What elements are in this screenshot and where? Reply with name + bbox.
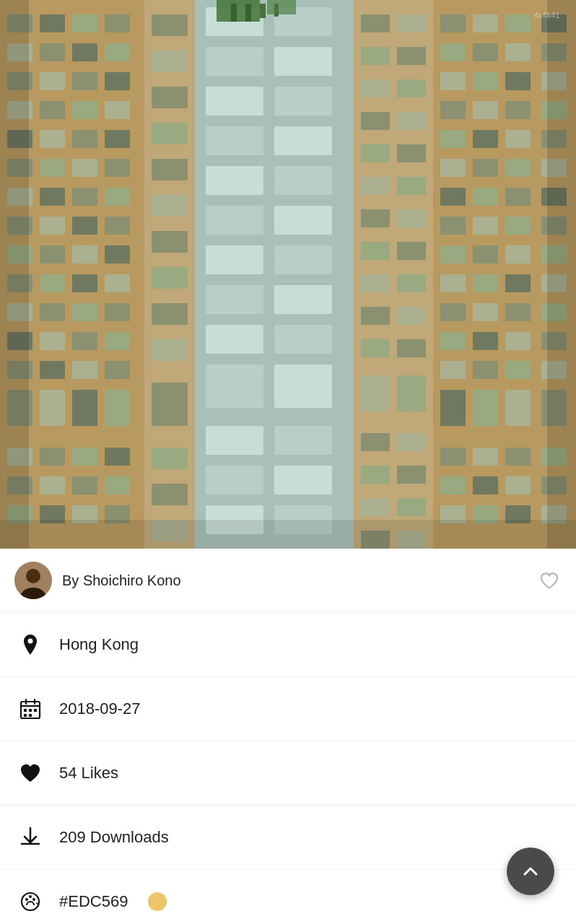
svg-rect-124 — [473, 188, 498, 206]
svg-rect-206 — [397, 375, 426, 411]
svg-rect-37 — [72, 245, 97, 263]
svg-rect-22 — [105, 130, 130, 148]
svg-rect-56 — [40, 390, 65, 426]
calendar-icon — [18, 697, 43, 721]
svg-rect-14 — [105, 72, 130, 90]
svg-rect-87 — [274, 285, 332, 314]
svg-rect-120 — [473, 159, 498, 177]
svg-rect-108 — [473, 72, 498, 90]
downloads-text: 209 Downloads — [59, 828, 169, 847]
svg-rect-153 — [505, 390, 531, 426]
svg-rect-186 — [397, 47, 426, 65]
svg-rect-198 — [397, 242, 426, 260]
svg-rect-221 — [0, 0, 29, 549]
svg-rect-201 — [361, 307, 390, 325]
svg-rect-235 — [24, 714, 27, 717]
location-text: Hong Kong — [59, 635, 139, 654]
svg-rect-75 — [274, 47, 332, 76]
svg-rect-205 — [361, 375, 390, 411]
svg-rect-187 — [361, 79, 390, 97]
svg-rect-156 — [473, 448, 498, 466]
svg-rect-99 — [440, 14, 466, 32]
svg-point-239 — [32, 898, 35, 901]
svg-rect-144 — [473, 332, 498, 350]
svg-rect-203 — [361, 339, 390, 357]
photo-hero: 4x4k41 — [0, 0, 576, 549]
svg-rect-29 — [72, 188, 97, 206]
svg-rect-52 — [40, 361, 65, 379]
svg-rect-28 — [40, 188, 65, 206]
svg-rect-223 — [0, 520, 576, 549]
svg-rect-115 — [440, 130, 466, 148]
avatar[interactable] — [14, 562, 52, 599]
svg-rect-192 — [397, 144, 426, 162]
svg-rect-33 — [72, 217, 97, 235]
svg-rect-44 — [40, 303, 65, 321]
svg-rect-82 — [206, 206, 263, 235]
svg-rect-161 — [505, 476, 531, 494]
svg-rect-8 — [40, 43, 65, 61]
svg-point-226 — [26, 569, 40, 583]
svg-rect-196 — [397, 209, 426, 227]
svg-rect-84 — [206, 245, 263, 274]
svg-rect-211 — [361, 498, 390, 516]
svg-rect-89 — [274, 325, 332, 354]
svg-rect-216 — [267, 0, 296, 14]
color-swatch — [148, 892, 167, 911]
svg-rect-191 — [361, 144, 390, 162]
svg-rect-91 — [274, 365, 332, 408]
svg-rect-152 — [473, 390, 498, 426]
svg-rect-58 — [105, 390, 130, 426]
svg-rect-218 — [245, 4, 251, 22]
svg-rect-80 — [206, 166, 263, 195]
svg-rect-232 — [24, 709, 27, 712]
svg-rect-174 — [152, 231, 188, 253]
svg-rect-176 — [152, 303, 188, 325]
svg-rect-65 — [72, 476, 97, 494]
color-hex-text: #EDC569 — [59, 892, 128, 911]
svg-rect-24 — [40, 159, 65, 177]
svg-rect-141 — [505, 303, 531, 321]
svg-rect-133 — [505, 245, 531, 263]
like-button[interactable] — [537, 568, 562, 593]
svg-rect-177 — [152, 339, 188, 361]
svg-rect-21 — [72, 130, 97, 148]
svg-text:4x4k41: 4x4k41 — [534, 11, 559, 19]
svg-rect-53 — [72, 361, 97, 379]
svg-point-238 — [25, 898, 28, 901]
svg-rect-4 — [40, 14, 65, 32]
svg-rect-54 — [105, 361, 130, 379]
svg-rect-143 — [440, 332, 466, 350]
svg-rect-104 — [473, 43, 498, 61]
svg-rect-105 — [505, 43, 531, 61]
svg-rect-209 — [361, 466, 390, 484]
svg-rect-25 — [72, 159, 97, 177]
svg-rect-38 — [105, 245, 130, 263]
svg-rect-42 — [105, 274, 130, 292]
svg-rect-171 — [152, 123, 188, 144]
svg-rect-88 — [206, 325, 263, 354]
svg-rect-145 — [505, 332, 531, 350]
svg-rect-131 — [440, 245, 466, 263]
svg-rect-175 — [152, 267, 188, 289]
scroll-to-top-button[interactable] — [507, 847, 554, 895]
svg-rect-195 — [361, 209, 390, 227]
svg-rect-45 — [72, 303, 97, 321]
svg-rect-13 — [72, 72, 97, 90]
svg-rect-60 — [40, 448, 65, 466]
svg-rect-212 — [397, 498, 426, 516]
svg-rect-170 — [152, 87, 188, 108]
svg-rect-30 — [105, 188, 130, 206]
svg-rect-189 — [361, 112, 390, 130]
svg-rect-125 — [505, 188, 531, 206]
svg-rect-76 — [206, 87, 263, 116]
svg-rect-139 — [440, 303, 466, 321]
svg-rect-121 — [505, 159, 531, 177]
svg-rect-93 — [274, 426, 332, 455]
svg-rect-95 — [274, 466, 332, 494]
svg-rect-217 — [231, 4, 237, 22]
svg-rect-127 — [440, 217, 466, 235]
svg-point-240 — [29, 895, 32, 898]
svg-rect-148 — [473, 361, 498, 379]
svg-rect-64 — [40, 476, 65, 494]
